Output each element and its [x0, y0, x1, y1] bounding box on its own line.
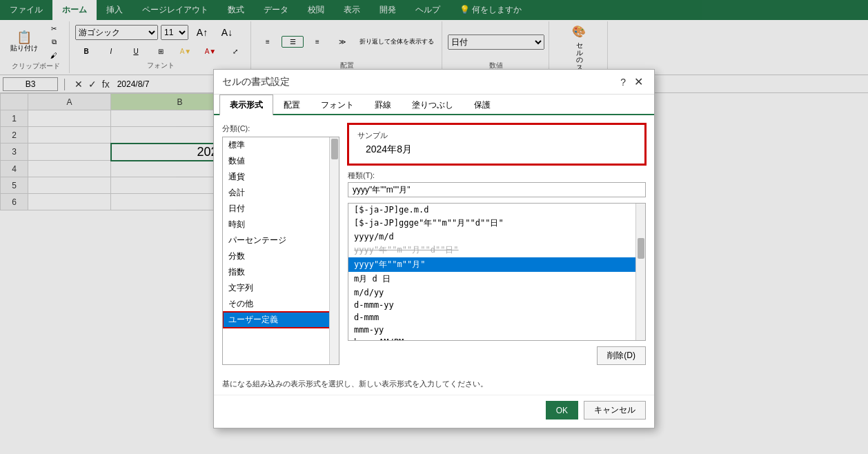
cell-format-dialog: セルの書式設定 ? ✕ 表示形式 配置 フォント 罫線 塗りつぶし 保護 分類(…: [213, 69, 655, 428]
list-item[interactable]: 分数: [223, 248, 339, 264]
dtab-protection[interactable]: 保護: [464, 95, 501, 115]
delete-format-button[interactable]: 削除(D): [597, 346, 646, 365]
dialog-titlebar: セルの書式設定 ? ✕: [214, 70, 654, 95]
dtab-alignment[interactable]: 配置: [273, 95, 310, 115]
format-list: [$-ja-JP]ge.m.d [$-ja-JP]ggge"年""m""月""d…: [348, 204, 645, 341]
dtab-fill[interactable]: 塗りつぶし: [402, 95, 464, 115]
list-item[interactable]: m/d/yy: [348, 286, 645, 299]
list-item[interactable]: mmm-yy: [348, 324, 645, 336]
category-scrollbar-thumb: [331, 139, 338, 159]
list-item[interactable]: 指数: [223, 264, 339, 280]
sample-label: サンプル: [357, 130, 636, 141]
cancel-button[interactable]: キャンセル: [584, 401, 646, 420]
format-list-container: [$-ja-JP]ge.m.d [$-ja-JP]ggge"年""m""月""d…: [348, 203, 646, 341]
list-item-selected-format[interactable]: yyyy"年""m""月": [348, 257, 645, 272]
dialog-right-panel: サンプル 2024年8月 種類(T): [$-ja-JP]ge.m.d [$-j…: [348, 124, 646, 365]
sample-box: サンプル 2024年8月: [348, 124, 646, 165]
sample-value: 2024年8月: [357, 144, 636, 156]
category-list-container: 標準 数値 通貨 会計 日付 時刻 パーセンテージ 分数 指数 文字列 その他 …: [222, 137, 339, 365]
list-item[interactable]: [$-ja-JP]ggge"年""m""月""d""日": [348, 216, 645, 230]
dtab-number-format[interactable]: 表示形式: [219, 95, 273, 115]
ok-button[interactable]: OK: [546, 401, 578, 420]
list-item[interactable]: [$-ja-JP]ge.m.d: [348, 204, 645, 216]
format-list-scrollbar-thumb: [638, 238, 644, 259]
list-item[interactable]: 数値: [223, 153, 339, 169]
list-item[interactable]: d-mmm: [348, 311, 645, 324]
format-type-section: 種類(T):: [348, 170, 646, 197]
list-item[interactable]: 標準: [223, 137, 339, 153]
list-item[interactable]: その他: [223, 296, 339, 312]
category-scrollbar[interactable]: [329, 137, 339, 364]
list-item[interactable]: yyyy"年""m""月""d""日": [348, 243, 645, 257]
list-item[interactable]: 通貨: [223, 169, 339, 185]
dialog-footer-hint: 基になる組み込みの表示形式を選択し、新しい表示形式を入力してください。: [214, 373, 654, 395]
delete-btn-row: 削除(D): [348, 346, 646, 365]
list-item[interactable]: 日付: [223, 201, 339, 217]
list-item-user-defined[interactable]: ユーザー定義: [223, 312, 339, 328]
list-item[interactable]: m月 d 日: [348, 272, 645, 286]
list-item[interactable]: d-mmm-yy: [348, 299, 645, 311]
category-label: 分類(C):: [222, 124, 339, 134]
list-item[interactable]: yyyy/m/d: [348, 230, 645, 243]
list-item[interactable]: 時刻: [223, 217, 339, 233]
dialog-tabs: 表示形式 配置 フォント 罫線 塗りつぶし 保護: [214, 95, 654, 115]
list-item[interactable]: パーセンテージ: [223, 233, 339, 248]
category-list: 標準 数値 通貨 会計 日付 時刻 パーセンテージ 分数 指数 文字列 その他 …: [223, 137, 339, 328]
dtab-border[interactable]: 罫線: [364, 95, 402, 115]
dialog-close-button[interactable]: ✕: [631, 75, 646, 88]
format-type-label: 種類(T):: [348, 170, 646, 181]
dialog-overlay: セルの書式設定 ? ✕ 表示形式 配置 フォント 罫線 塗りつぶし 保護 分類(…: [0, 0, 868, 454]
dialog-body: 分類(C): 標準 数値 通貨 会計 日付 時刻 パーセンテージ 分数 指数 文…: [214, 115, 654, 373]
dialog-left-panel: 分類(C): 標準 数値 通貨 会計 日付 時刻 パーセンテージ 分数 指数 文…: [222, 124, 339, 365]
dialog-help-button[interactable]: ?: [618, 75, 629, 88]
dialog-title: セルの書式設定: [222, 76, 290, 88]
dialog-footer: OK キャンセル: [214, 395, 654, 428]
format-type-input[interactable]: [348, 182, 646, 197]
list-item[interactable]: h:mm AM/PM: [348, 336, 645, 341]
list-item[interactable]: 文字列: [223, 280, 339, 296]
dtab-font[interactable]: フォント: [310, 95, 364, 115]
list-item[interactable]: 会計: [223, 185, 339, 201]
format-list-scrollbar[interactable]: [635, 204, 645, 340]
dialog-titlebar-actions: ? ✕: [618, 75, 646, 88]
